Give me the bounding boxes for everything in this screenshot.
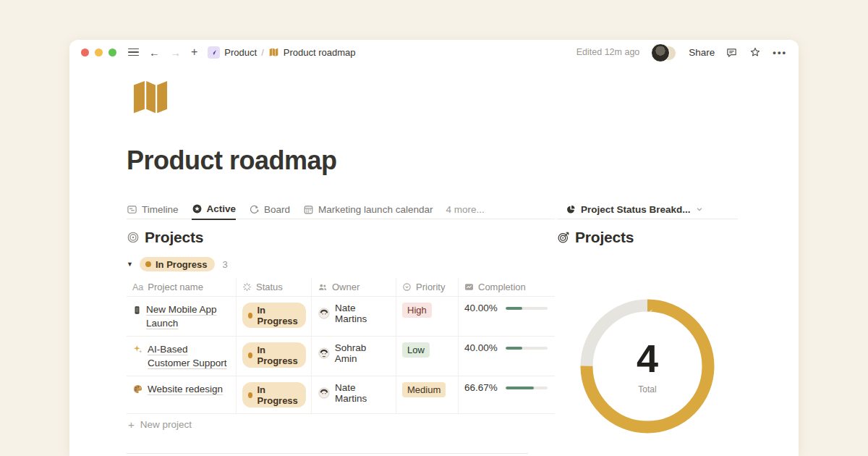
avatar xyxy=(318,307,331,320)
column-header-completion[interactable]: Completion xyxy=(459,278,555,296)
calendar-icon xyxy=(303,204,314,215)
column-header-owner[interactable]: Owner xyxy=(312,278,396,296)
plus-icon: + xyxy=(128,419,135,430)
table-header-row: Aa Project name Status xyxy=(127,278,555,297)
rollup-chart-icon xyxy=(464,282,474,292)
workspace-icon[interactable] xyxy=(208,46,220,59)
status-badge: In Progress xyxy=(242,382,306,408)
phone-icon xyxy=(132,304,142,316)
chevron-down-icon xyxy=(696,206,703,213)
project-name-link[interactable]: New Mobile App Launch xyxy=(146,303,230,330)
share-button[interactable]: Share xyxy=(689,47,715,58)
page-map-icon[interactable] xyxy=(130,77,171,116)
status-dot-icon xyxy=(145,261,151,267)
completion-percent: 66.67% xyxy=(464,382,499,393)
palette-icon xyxy=(132,384,143,394)
status-dot-icon xyxy=(248,313,252,318)
more-options-icon[interactable]: ••• xyxy=(773,47,787,58)
minimize-window-button[interactable] xyxy=(95,48,103,56)
group-in-progress[interactable]: ▼ In Progress 3 xyxy=(127,257,555,271)
comments-icon[interactable] xyxy=(726,46,738,59)
owner-name: Nate Martins xyxy=(335,382,390,404)
projects-table: Aa Project name Status xyxy=(127,278,555,434)
group-count: 3 xyxy=(223,259,228,270)
status-burst-icon xyxy=(242,282,252,292)
owner-cell: Sohrab Amin xyxy=(318,342,390,364)
status-dot-icon xyxy=(248,352,252,358)
status-badge: In Progress xyxy=(242,303,306,328)
view-tabs: Timeline Active xyxy=(127,200,555,219)
completion-cell: 40.00% xyxy=(464,342,549,353)
sparkles-icon xyxy=(132,344,143,355)
new-page-icon[interactable]: + xyxy=(191,46,197,58)
forward-arrow-icon[interactable]: → xyxy=(170,47,181,58)
owner-name: Sohrab Amin xyxy=(335,342,390,364)
star-circle-icon xyxy=(192,203,203,214)
status-section-heading: Projects xyxy=(557,229,738,246)
section-divider xyxy=(127,453,528,454)
breadcrumb-separator: / xyxy=(261,47,264,58)
donut-total-label: Total xyxy=(638,384,656,394)
edited-timestamp: Edited 12m ago xyxy=(576,47,640,57)
progress-bar xyxy=(506,347,548,350)
progress-bar xyxy=(506,387,548,389)
target-icon xyxy=(127,231,140,244)
projects-section-heading: Projects xyxy=(127,229,555,246)
avatar xyxy=(318,387,331,400)
pie-chart-icon xyxy=(566,204,576,214)
priority-badge: Low xyxy=(402,342,430,358)
select-circle-icon xyxy=(402,282,412,292)
owner-cell: Nate Martins xyxy=(318,382,390,404)
status-badge: In Progress xyxy=(242,342,306,368)
priority-badge: High xyxy=(402,303,432,318)
window-topbar: ← → + Product / Product roadmap Edited 1… xyxy=(69,40,799,64)
viewer-avatars[interactable] xyxy=(650,43,678,62)
people-icon xyxy=(318,282,328,292)
notion-window: ← → + Product / Product roadmap Edited 1… xyxy=(69,40,799,456)
text-icon: Aa xyxy=(132,282,143,292)
collapse-triangle-icon[interactable]: ▼ xyxy=(127,261,140,268)
chart-view-tab[interactable]: Project Status Breakd... xyxy=(557,200,738,219)
table-row[interactable]: Website redesign In Progress Nate Martin xyxy=(127,376,555,414)
priority-badge: Medium xyxy=(402,382,446,397)
new-project-button[interactable]: + New project xyxy=(127,414,555,434)
timeline-icon xyxy=(127,204,137,215)
column-header-status[interactable]: Status xyxy=(237,278,312,296)
completion-percent: 40.00% xyxy=(464,342,499,353)
owner-name: Nate Martins xyxy=(335,303,390,324)
table-row[interactable]: New Mobile App Launch In Progress Nate M xyxy=(127,297,555,337)
tab-marketing-launch-calendar[interactable]: Marketing launch calendar xyxy=(303,200,433,219)
tab-active[interactable]: Active xyxy=(192,200,237,220)
table-row[interactable]: AI-Based Customer Support In Progress xyxy=(127,337,555,376)
goal-target-icon xyxy=(557,231,570,244)
donut-total-value: 4 xyxy=(637,339,658,378)
column-header-project-name[interactable]: Aa Project name xyxy=(127,278,237,296)
more-tabs-button[interactable]: 4 more... xyxy=(446,204,484,215)
sidebar-toggle-icon[interactable] xyxy=(128,48,139,56)
section-title: Projects xyxy=(575,229,634,246)
section-title: Projects xyxy=(145,229,203,246)
avatar xyxy=(318,347,331,360)
column-header-priority[interactable]: Priority xyxy=(396,278,459,296)
status-badge: In Progress xyxy=(140,257,215,271)
status-donut-chart[interactable]: 4 Total xyxy=(575,294,720,439)
avatar xyxy=(651,43,670,62)
completion-cell: 66.67% xyxy=(464,382,549,393)
breadcrumb-workspace[interactable]: Product xyxy=(224,47,257,58)
sprint-icon xyxy=(249,204,260,215)
completion-cell: 40.00% xyxy=(464,303,549,313)
breadcrumb-page[interactable]: Product roadmap xyxy=(284,47,356,58)
close-window-button[interactable] xyxy=(81,48,89,56)
tab-timeline[interactable]: Timeline xyxy=(127,200,179,219)
tab-board[interactable]: Board xyxy=(249,200,290,219)
owner-cell: Nate Martins xyxy=(318,303,390,324)
project-name-link[interactable]: Website redesign xyxy=(148,382,223,396)
status-dot-icon xyxy=(248,392,252,398)
traffic-lights xyxy=(81,48,116,56)
project-name-link[interactable]: AI-Based Customer Support xyxy=(148,342,230,370)
zoom-window-button[interactable] xyxy=(109,48,116,56)
map-icon xyxy=(268,47,279,57)
favorite-star-icon[interactable] xyxy=(749,46,762,59)
completion-percent: 40.00% xyxy=(464,303,499,313)
back-arrow-icon[interactable]: ← xyxy=(149,47,160,58)
